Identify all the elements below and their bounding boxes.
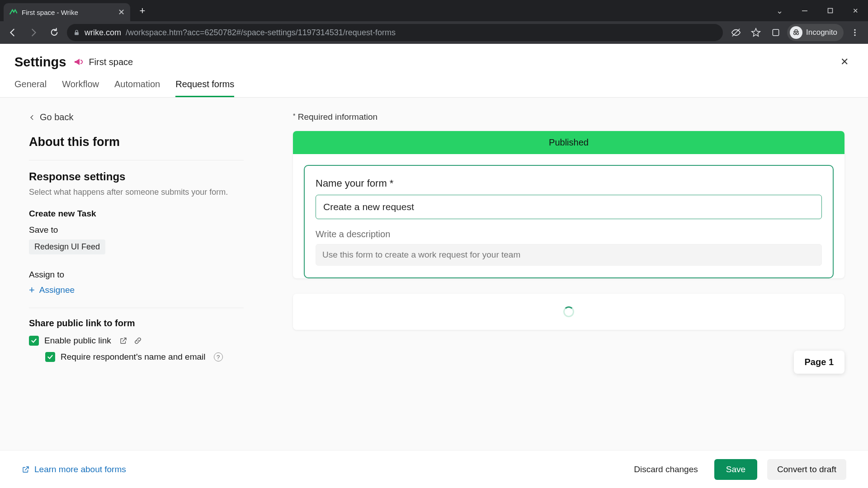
form-name-input[interactable] — [316, 195, 822, 219]
require-name-email-checkbox[interactable] — [45, 352, 55, 362]
spinner-icon — [563, 306, 574, 317]
page-title: Settings — [14, 55, 66, 70]
svg-rect-4 — [773, 29, 778, 35]
plus-icon: + — [29, 284, 35, 296]
incognito-icon — [790, 26, 802, 39]
address-bar[interactable]: wrike.com/workspace.htm?acc=6250782#/spa… — [67, 24, 723, 41]
share-link-heading: Share public link to form — [29, 318, 244, 328]
require-name-email-label: Require respondent's name and email — [61, 352, 206, 362]
url-path: /workspace.htm?acc=6250782#/space-settin… — [126, 28, 396, 38]
enable-public-link-label: Enable public link — [44, 336, 111, 346]
form-header-card[interactable]: Name your form* Write a description — [304, 165, 834, 278]
svg-point-9 — [854, 34, 855, 36]
chevron-left-icon — [29, 114, 35, 121]
help-icon[interactable]: ? — [214, 352, 223, 361]
browser-back-button[interactable] — [5, 24, 21, 41]
window-close-icon[interactable]: ✕ — [843, 1, 868, 21]
divider — [29, 160, 244, 160]
svg-rect-1 — [828, 9, 832, 13]
close-settings-button[interactable]: ✕ — [835, 53, 854, 71]
required-info-label: * Required information — [293, 112, 844, 122]
save-to-chip[interactable]: Redesign UI Feed — [29, 239, 105, 254]
form-name-label: Name your form* — [316, 178, 822, 189]
browser-tab-title: First space - Wrike — [22, 9, 78, 16]
tab-request-forms[interactable]: Request forms — [175, 79, 234, 97]
external-link-icon[interactable] — [119, 337, 127, 345]
published-banner: Published — [293, 131, 844, 154]
about-form-heading: About this form — [29, 135, 244, 149]
browser-forward-button[interactable] — [25, 24, 42, 41]
extensions-icon[interactable] — [767, 24, 784, 41]
svg-point-5 — [794, 33, 796, 35]
copy-link-icon[interactable] — [134, 337, 142, 345]
bookmark-star-icon[interactable] — [747, 24, 764, 41]
learn-more-label: Learn more about forms — [34, 465, 126, 474]
discard-changes-button[interactable]: Discard changes — [627, 460, 704, 479]
page-indicator[interactable]: Page 1 — [794, 351, 844, 374]
incognito-indicator[interactable]: Incognito — [787, 24, 844, 41]
create-new-task-label: Create new Task — [29, 209, 244, 219]
browser-reload-button[interactable] — [46, 24, 62, 41]
divider — [29, 308, 244, 308]
convert-to-draft-button[interactable]: Convert to draft — [767, 459, 846, 480]
form-description-label: Write a description — [316, 229, 822, 239]
svg-point-7 — [854, 29, 855, 31]
window-maximize-icon[interactable] — [817, 1, 843, 21]
lock-icon — [73, 29, 80, 36]
eye-off-icon[interactable] — [727, 24, 745, 41]
go-back-button[interactable]: Go back — [29, 112, 244, 122]
svg-rect-2 — [75, 32, 79, 35]
svg-point-8 — [854, 32, 855, 33]
save-to-label: Save to — [29, 225, 244, 235]
browser-menu-icon[interactable] — [846, 24, 863, 41]
incognito-label: Incognito — [806, 28, 837, 37]
assignee-label: Assignee — [39, 285, 75, 295]
svg-point-6 — [797, 33, 799, 35]
tab-general[interactable]: General — [14, 79, 47, 97]
settings-tabs: General Workflow Automation Request form… — [0, 71, 868, 98]
close-tab-icon[interactable]: ✕ — [118, 7, 125, 17]
wrike-favicon-icon — [9, 8, 17, 16]
browser-tab[interactable]: First space - Wrike ✕ — [4, 3, 130, 21]
megaphone-icon — [73, 56, 84, 67]
response-settings-heading: Response settings — [29, 170, 244, 183]
response-settings-desc: Select what happens after someone submit… — [29, 188, 244, 197]
loading-card — [293, 294, 844, 330]
tabs-dropdown-icon[interactable]: ⌄ — [767, 1, 792, 21]
tab-workflow[interactable]: Workflow — [62, 79, 99, 97]
url-host: wrike.com — [85, 28, 121, 38]
window-minimize-icon[interactable] — [792, 1, 817, 21]
tab-automation[interactable]: Automation — [114, 79, 160, 97]
assign-to-label: Assign to — [29, 270, 244, 280]
enable-public-link-checkbox[interactable] — [29, 336, 39, 346]
new-tab-button[interactable]: + — [135, 3, 150, 19]
add-assignee-button[interactable]: + Assignee — [29, 284, 244, 296]
space-name: First space — [89, 57, 133, 67]
space-chip[interactable]: First space — [73, 56, 133, 67]
save-button[interactable]: Save — [714, 459, 757, 480]
learn-more-link[interactable]: Learn more about forms — [22, 465, 126, 474]
form-description-input[interactable] — [316, 244, 822, 266]
external-link-icon — [22, 465, 30, 474]
go-back-label: Go back — [40, 112, 73, 122]
